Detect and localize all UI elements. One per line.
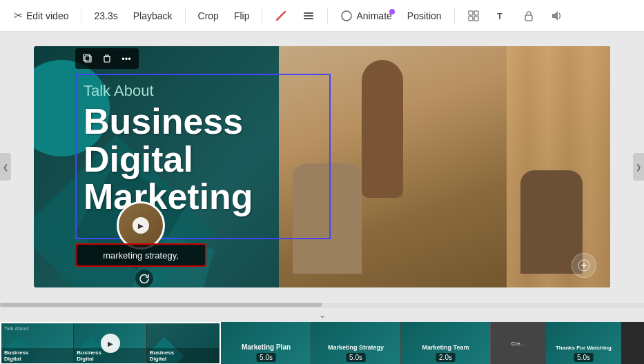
filmstrip-thumb-3: Marketing Team 2.0s bbox=[401, 322, 490, 364]
crop-label: Crop bbox=[198, 10, 219, 21]
chevron-right-icon: ❯ bbox=[636, 163, 641, 171]
slide-5-duration: 5.0s bbox=[574, 353, 594, 362]
left-panel-toggle[interactable]: ❮ bbox=[0, 153, 11, 181]
svg-rect-8 bbox=[474, 17, 478, 21]
volume-button[interactable] bbox=[545, 6, 568, 26]
right-panel-toggle[interactable]: ❯ bbox=[633, 153, 644, 181]
position-button[interactable]: Position bbox=[402, 7, 447, 25]
scrollbar-area[interactable] bbox=[0, 303, 644, 308]
avatar-circle: ▶ bbox=[117, 201, 165, 250]
animate-button[interactable]: Animate bbox=[335, 6, 397, 26]
filmstrip-item-0[interactable]: Talk About BusinessDigital BusinessDigit… bbox=[0, 322, 221, 364]
svg-marker-11 bbox=[552, 11, 558, 21]
caption-box[interactable]: marketing strategy, bbox=[75, 243, 206, 267]
person-standing bbox=[362, 60, 403, 198]
svg-rect-14 bbox=[104, 57, 110, 62]
pen-icon bbox=[275, 10, 287, 22]
slide-1-title: Marketing Plan bbox=[222, 343, 311, 351]
filmstrip-thumb-4: Cre... bbox=[491, 322, 545, 364]
lock-icon bbox=[523, 10, 535, 22]
text-format-icon: T bbox=[495, 10, 507, 22]
animate-label: Animate bbox=[356, 10, 391, 21]
scrollbar-thumb[interactable] bbox=[0, 303, 322, 307]
frame-0-2: BusinessDigital bbox=[147, 323, 219, 363]
duplicate-btn[interactable] bbox=[79, 50, 96, 67]
caption-text: marketing strategy, bbox=[103, 250, 179, 261]
scrollbar-track bbox=[0, 303, 644, 307]
rotate-icon bbox=[139, 273, 150, 284]
slide-5-title: Thanks For Watching bbox=[549, 345, 618, 351]
collapse-row[interactable]: ⌄ bbox=[0, 308, 644, 322]
flip-button[interactable]: Flip bbox=[228, 7, 255, 25]
slide-3-duration: 2.0s bbox=[436, 353, 456, 362]
main-area: ❮ Talk Abo bbox=[0, 32, 644, 302]
text-block-toolbar: ••• bbox=[75, 48, 139, 69]
filmstrip-thumb-5: Thanks For Watching 5.0s bbox=[546, 322, 621, 364]
crop-button[interactable]: Crop bbox=[193, 7, 224, 25]
duplicate-icon bbox=[82, 53, 93, 64]
text-format-button[interactable]: T bbox=[489, 6, 513, 26]
svg-rect-3 bbox=[304, 18, 313, 19]
flip-label: Flip bbox=[234, 10, 250, 21]
toolbar: ✂ Edit video 23.3s Playback Crop Flip An… bbox=[0, 0, 644, 32]
canvas[interactable]: Talk About BusinessDigitalMarketing bbox=[34, 46, 610, 287]
timeline: Talk About BusinessDigital BusinessDigit… bbox=[0, 322, 644, 364]
divider-3 bbox=[262, 8, 262, 24]
delete-icon bbox=[102, 54, 112, 63]
svg-rect-1 bbox=[304, 12, 313, 14]
filmstrip-item-4[interactable]: Cre... bbox=[490, 322, 545, 364]
talk-about-text: Talk About bbox=[84, 82, 322, 100]
animate-icon bbox=[340, 10, 353, 22]
draw-icon-btn[interactable] bbox=[269, 6, 293, 26]
filmstrip-play-btn-0[interactable]: ▶ bbox=[101, 334, 120, 353]
filmstrip-item-5[interactable]: Thanks For Watching 5.0s bbox=[545, 322, 621, 364]
playback-button[interactable]: Playback bbox=[128, 7, 178, 25]
svg-rect-5 bbox=[469, 11, 473, 15]
grid-button[interactable] bbox=[462, 6, 485, 26]
duration-display[interactable]: 23.3s bbox=[88, 7, 123, 25]
svg-rect-2 bbox=[304, 15, 313, 17]
edit-video-label: Edit video bbox=[26, 10, 68, 21]
filmstrip-item-2[interactable]: Marketing Strategy 5.0s bbox=[311, 322, 400, 364]
filmstrip-thumb-2: Marketing Strategy 5.0s bbox=[311, 322, 400, 364]
playback-label: Playback bbox=[133, 10, 173, 21]
frame-0-0: Talk About BusinessDigital bbox=[1, 323, 74, 363]
edit-video-button[interactable]: ✂ Edit video bbox=[8, 6, 74, 26]
avatar-play-btn[interactable]: ▶ bbox=[133, 217, 149, 234]
delete-btn[interactable] bbox=[99, 50, 115, 67]
slide-1-duration: 5.0s bbox=[256, 353, 276, 362]
svg-rect-10 bbox=[525, 15, 532, 21]
svg-point-4 bbox=[342, 11, 351, 21]
slide-3-title: Marketing Team bbox=[401, 344, 490, 351]
chevron-down-icon: ⌄ bbox=[319, 310, 326, 320]
magic-icon bbox=[577, 259, 591, 272]
text-block[interactable]: Talk About BusinessDigitalMarketing bbox=[75, 74, 331, 239]
avatar-container[interactable]: ▶ bbox=[117, 201, 165, 250]
divider-4 bbox=[327, 8, 328, 24]
filmstrip-item-3[interactable]: Marketing Team 2.0s bbox=[400, 322, 490, 364]
divider-5 bbox=[454, 8, 455, 24]
svg-rect-7 bbox=[469, 17, 473, 21]
animate-dot bbox=[389, 9, 395, 14]
lines-icon-btn[interactable] bbox=[297, 6, 320, 26]
svg-text:T: T bbox=[497, 11, 502, 21]
svg-line-0 bbox=[277, 12, 285, 20]
slide-4-title: Cre... bbox=[511, 341, 525, 347]
canvas-wrapper: Talk About BusinessDigitalMarketing bbox=[0, 32, 644, 302]
svg-rect-13 bbox=[84, 54, 90, 61]
slide-2-title: Marketing Strategy bbox=[311, 344, 400, 351]
main-title-text: BusinessDigitalMarketing bbox=[84, 103, 322, 216]
lock-button[interactable] bbox=[517, 6, 540, 26]
slide-2-duration: 5.0s bbox=[346, 353, 366, 362]
magic-button[interactable] bbox=[572, 253, 596, 278]
lines-icon bbox=[302, 10, 315, 22]
rotate-handle[interactable] bbox=[135, 270, 153, 287]
filmstrip-item-1[interactable]: Marketing Plan 5.0s bbox=[221, 322, 311, 364]
volume-icon bbox=[550, 10, 563, 22]
duration-value: 23.3s bbox=[94, 10, 117, 21]
chevron-left-icon: ❮ bbox=[3, 163, 8, 171]
filmstrip-thumb-1: Marketing Plan 5.0s bbox=[222, 322, 311, 364]
grid-icon bbox=[467, 10, 480, 22]
svg-rect-12 bbox=[85, 56, 91, 62]
more-options-btn[interactable]: ••• bbox=[118, 50, 135, 67]
